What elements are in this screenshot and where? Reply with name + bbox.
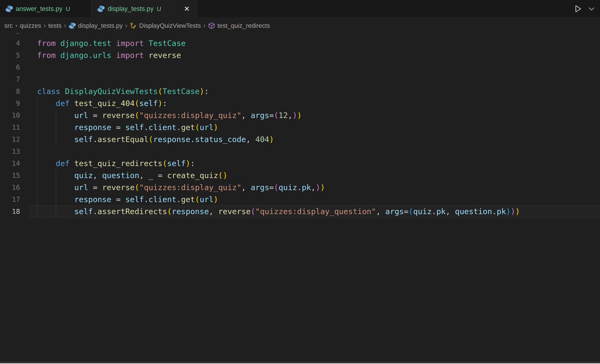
code-line[interactable]: 7 <box>0 73 600 85</box>
tab-answer-tests[interactable]: answer_tests.py U <box>0 0 92 18</box>
line-number: 10 <box>0 109 29 121</box>
code-text: def test_quiz_redirects(self): <box>29 158 600 169</box>
chevron-down-icon[interactable] <box>588 5 595 13</box>
code-line[interactable]: 8class DisplayQuizViewTests(TestCase): <box>0 85 600 97</box>
code-text <box>29 145 600 158</box>
run-icon[interactable] <box>573 4 583 14</box>
symbol-class-icon <box>130 22 137 29</box>
breadcrumb-separator: › <box>201 22 208 29</box>
code-line[interactable]: 14 def test_quiz_redirects(self): <box>0 158 600 169</box>
breadcrumb-separator: › <box>62 22 69 29</box>
tab-label: answer_tests.py <box>16 5 62 13</box>
breadcrumb-item-method[interactable]: test_quiz_redirects <box>208 22 270 29</box>
code-line[interactable]: 15 quiz, question, _ = create_quiz() <box>0 169 600 181</box>
window-bottom-edge <box>0 363 600 364</box>
code-line[interactable]: 18 self.assertRedirects(response, revers… <box>0 205 600 217</box>
line-number: 6 <box>0 61 29 73</box>
breadcrumb-item-src[interactable]: src <box>4 22 13 29</box>
git-untracked-badge: U <box>66 5 70 12</box>
python-icon <box>5 5 13 13</box>
line-number: 9 <box>0 97 29 109</box>
line-number: 16 <box>0 181 29 194</box>
code-text: self.assertEqual(response.status_code, 4… <box>29 133 600 145</box>
line-number: 12 <box>0 133 29 145</box>
breadcrumb-item-quizzes[interactable]: quizzes <box>20 22 41 29</box>
code-text: response = self.client.get(url) <box>29 121 600 133</box>
tab-bar: answer_tests.py U display_tests.py U ✕ <box>0 0 600 18</box>
code-line[interactable]: 10 url = reverse("quizzes:display_quiz",… <box>0 109 600 121</box>
code-text: quiz, question, _ = create_quiz() <box>29 169 600 181</box>
python-icon <box>69 22 76 29</box>
line-number: 5 <box>0 49 29 61</box>
code-line[interactable]: 12 self.assertEqual(response.status_code… <box>0 133 600 145</box>
breadcrumb-item-class[interactable]: DisplayQuizViewTests <box>130 22 201 29</box>
code-line[interactable]: 9 def test_quiz_404(self): <box>0 97 600 109</box>
code-text <box>29 33 600 37</box>
code-editor[interactable]: 34from django.test import TestCase5from … <box>0 33 600 362</box>
tab-display-tests[interactable]: display_tests.py U ✕ <box>92 0 197 18</box>
close-icon[interactable]: ✕ <box>182 4 191 13</box>
code-line[interactable]: 11 response = self.client.get(url) <box>0 121 600 133</box>
code-line[interactable]: 17 response = self.client.get(url) <box>0 194 600 205</box>
line-number: 8 <box>0 85 29 97</box>
code-text: self.assertRedirects(response, reverse("… <box>29 205 600 217</box>
line-number: 3 <box>0 33 29 37</box>
python-icon <box>97 5 105 13</box>
code-text: from django.test import TestCase <box>29 37 600 49</box>
code-text <box>29 61 600 73</box>
code-line[interactable]: 5from django.urls import reverse <box>0 49 600 61</box>
editor-actions <box>573 0 600 18</box>
breadcrumb: src › quizzes › tests › display_tests.py… <box>0 18 600 33</box>
symbol-method-icon <box>208 22 215 29</box>
git-untracked-badge: U <box>157 5 161 12</box>
tab-label: display_tests.py <box>108 5 153 13</box>
breadcrumb-item-tests[interactable]: tests <box>48 22 62 29</box>
line-number: 15 <box>0 169 29 181</box>
code-text: from django.urls import reverse <box>29 49 600 61</box>
line-number: 11 <box>0 121 29 133</box>
code-text: class DisplayQuizViewTests(TestCase): <box>29 85 600 97</box>
code-text: response = self.client.get(url) <box>29 194 600 205</box>
breadcrumb-separator: › <box>41 22 48 29</box>
line-number: 18 <box>0 205 29 217</box>
vscode-window: answer_tests.py U display_tests.py U ✕ <box>0 0 600 364</box>
code-text: url = reverse("quizzes:display_quiz", ar… <box>29 181 600 194</box>
horizontal-scrollbar[interactable] <box>0 362 600 363</box>
code-line[interactable]: 4from django.test import TestCase <box>0 37 600 49</box>
code-lines: 34from django.test import TestCase5from … <box>0 33 600 217</box>
breadcrumb-separator: › <box>123 22 130 29</box>
breadcrumb-item-file[interactable]: display_tests.py <box>69 22 123 29</box>
line-number: 13 <box>0 145 29 158</box>
code-text: url = reverse("quizzes:display_quiz", ar… <box>29 109 600 121</box>
code-line[interactable]: 16 url = reverse("quizzes:display_quiz",… <box>0 181 600 194</box>
line-number: 4 <box>0 37 29 49</box>
code-text: def test_quiz_404(self): <box>29 97 600 109</box>
line-number: 7 <box>0 73 29 85</box>
code-text <box>29 73 600 85</box>
code-line[interactable]: 13 <box>0 145 600 158</box>
breadcrumb-separator: › <box>13 22 20 29</box>
code-line[interactable]: 3 <box>0 33 600 37</box>
code-line[interactable]: 6 <box>0 61 600 73</box>
line-number: 17 <box>0 194 29 205</box>
line-number: 14 <box>0 158 29 169</box>
